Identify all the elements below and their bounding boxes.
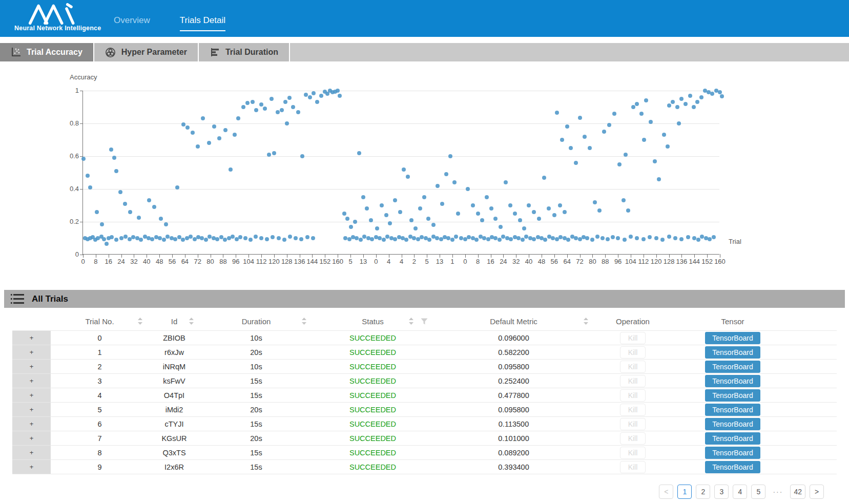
- scatter-point: [631, 105, 635, 109]
- scatter-point: [282, 238, 286, 242]
- scatter-point: [560, 138, 564, 142]
- tensorboard-button[interactable]: TensorBoard: [705, 432, 760, 445]
- scatter-point: [555, 111, 559, 115]
- x-tick: [121, 254, 122, 258]
- nav-tab-overview[interactable]: Overview: [114, 15, 150, 31]
- tab-trial-accuracy[interactable]: Trial Accuracy: [0, 43, 94, 61]
- scatter-point: [522, 226, 526, 230]
- scatter-point: [595, 235, 599, 239]
- x-tick: [644, 254, 644, 258]
- tensorboard-button[interactable]: TensorBoard: [705, 418, 760, 430]
- scatter-point: [365, 206, 369, 211]
- scatter-point: [215, 237, 219, 241]
- x-tick: [694, 254, 695, 258]
- scatter-point: [641, 237, 646, 241]
- expand-button[interactable]: +: [30, 377, 34, 384]
- table-row: + 0 ZBIOB 10s SUCCEEDED 0.096000 Kill Te…: [12, 331, 837, 345]
- sort-icon[interactable]: [138, 318, 142, 325]
- kill-button[interactable]: Kill: [620, 332, 646, 344]
- x-tick: [414, 254, 415, 258]
- tab-trial-duration[interactable]: Trial Duration: [199, 43, 290, 61]
- scatter-point: [708, 237, 712, 241]
- scatter-point: [435, 236, 439, 240]
- tensorboard-button[interactable]: TensorBoard: [705, 404, 760, 416]
- kill-button[interactable]: Kill: [620, 418, 646, 430]
- page-button-42[interactable]: 42: [790, 485, 805, 499]
- scatter-point: [152, 205, 156, 209]
- expand-button[interactable]: +: [30, 449, 34, 456]
- cell-duration: 15s: [200, 377, 313, 385]
- filter-icon[interactable]: [421, 318, 428, 325]
- sort-icon[interactable]: [409, 318, 413, 325]
- scatter-point: [102, 237, 106, 241]
- scatter-point: [175, 185, 179, 190]
- kill-button[interactable]: Kill: [620, 404, 646, 416]
- scatter-point: [404, 238, 408, 242]
- scatter-point: [277, 236, 281, 240]
- page-button-4[interactable]: 4: [733, 485, 747, 499]
- header-id: Id: [149, 313, 200, 329]
- tensorboard-button[interactable]: TensorBoard: [705, 346, 760, 359]
- page-button-3[interactable]: 3: [714, 485, 729, 499]
- cell-status: SUCCEEDED: [313, 363, 433, 371]
- scatter-point: [191, 131, 195, 135]
- y-axis-title: Accuracy: [70, 73, 97, 81]
- tensorboard-button[interactable]: TensorBoard: [705, 447, 760, 459]
- tab-hyper-parameter[interactable]: Hyper Parameter: [94, 43, 199, 61]
- x-tick: [312, 254, 313, 258]
- expand-button[interactable]: +: [30, 392, 34, 398]
- scatter-point: [123, 235, 128, 239]
- x-tick: [325, 254, 325, 258]
- cell-default-metric: 0.393400: [433, 463, 594, 471]
- nav-tab-trials-detail[interactable]: Trials Detail: [180, 15, 225, 31]
- scatter-point: [254, 235, 258, 239]
- kill-button[interactable]: Kill: [620, 375, 646, 387]
- sort-icon[interactable]: [302, 318, 306, 325]
- page-button-5[interactable]: 5: [751, 485, 765, 499]
- brand-text: Neural Network Intelligence: [14, 25, 96, 32]
- scatter-point: [695, 100, 699, 104]
- scatter-point: [259, 102, 263, 107]
- expand-button[interactable]: +: [30, 406, 34, 413]
- expand-button[interactable]: +: [30, 334, 34, 341]
- tensorboard-button[interactable]: TensorBoard: [705, 461, 760, 473]
- kill-button[interactable]: Kill: [620, 361, 646, 373]
- scatter-point: [436, 184, 440, 188]
- scatter-point: [700, 235, 704, 239]
- x-tick: [478, 254, 479, 258]
- scatter-point: [662, 133, 666, 137]
- kill-button[interactable]: Kill: [620, 389, 646, 402]
- scatter-point: [537, 217, 541, 221]
- expand-button[interactable]: +: [30, 363, 34, 370]
- sort-icon[interactable]: [584, 318, 588, 325]
- y-tick-label: 0.2: [60, 218, 79, 225]
- kill-button[interactable]: Kill: [620, 432, 646, 445]
- scatter-point: [233, 133, 237, 137]
- scatter-point: [308, 95, 312, 99]
- expand-button[interactable]: +: [30, 435, 34, 442]
- cell-trial-no: 5: [51, 406, 149, 414]
- kill-button[interactable]: Kill: [620, 346, 646, 359]
- scatter-point: [600, 236, 605, 240]
- page-button-2[interactable]: 2: [696, 485, 710, 499]
- expand-button[interactable]: +: [30, 421, 34, 427]
- cell-default-metric: 0.101000: [433, 434, 594, 443]
- tensorboard-button[interactable]: TensorBoard: [705, 375, 760, 387]
- kill-button[interactable]: Kill: [620, 461, 646, 473]
- nav-links: Overview Trials Detail: [114, 15, 225, 31]
- prev-page-button[interactable]: <: [659, 485, 673, 499]
- next-page-button[interactable]: >: [810, 485, 824, 499]
- expand-button[interactable]: +: [30, 349, 34, 355]
- x-tick: [300, 254, 300, 258]
- tensorboard-button[interactable]: TensorBoard: [705, 332, 760, 344]
- kill-button[interactable]: Kill: [620, 447, 646, 459]
- sort-icon[interactable]: [189, 318, 194, 325]
- tensorboard-button[interactable]: TensorBoard: [705, 389, 760, 402]
- scatter-point: [86, 174, 90, 178]
- expand-button[interactable]: +: [30, 464, 34, 470]
- tab-label: Trial Accuracy: [27, 48, 82, 57]
- cell-default-metric: 0.095800: [433, 406, 594, 414]
- page-button-1[interactable]: 1: [677, 485, 692, 499]
- tensorboard-button[interactable]: TensorBoard: [705, 361, 760, 373]
- scatter-point: [245, 101, 250, 105]
